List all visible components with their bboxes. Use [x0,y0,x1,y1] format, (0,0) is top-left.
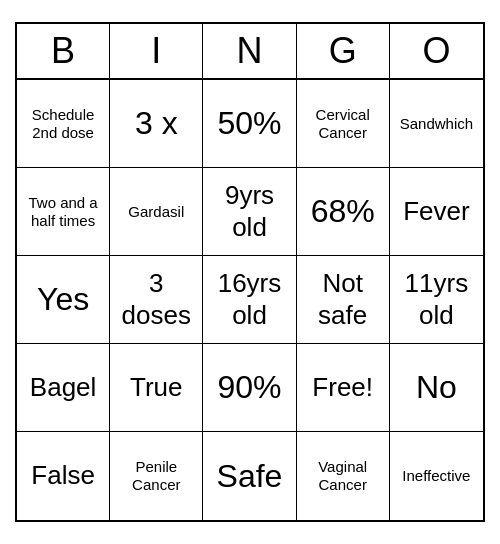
bingo-cell-9: Fever [390,168,483,256]
bingo-cell-4: Sandwhich [390,80,483,168]
bingo-letter-i: I [110,24,203,78]
bingo-header: BINGO [17,24,483,80]
bingo-cell-15: Bagel [17,344,110,432]
bingo-cell-13: Not safe [297,256,390,344]
bingo-card: BINGO Schedule 2nd dose3 x50%Cervical Ca… [15,22,485,522]
bingo-grid: Schedule 2nd dose3 x50%Cervical CancerSa… [17,80,483,520]
bingo-cell-23: Vaginal Cancer [297,432,390,520]
bingo-cell-18: Free! [297,344,390,432]
bingo-cell-5: Two and a half times [17,168,110,256]
bingo-cell-11: 3 doses [110,256,203,344]
bingo-cell-17: 90% [203,344,296,432]
bingo-letter-o: O [390,24,483,78]
bingo-cell-21: Penile Cancer [110,432,203,520]
bingo-cell-1: 3 x [110,80,203,168]
bingo-cell-22: Safe [203,432,296,520]
bingo-cell-0: Schedule 2nd dose [17,80,110,168]
bingo-cell-10: Yes [17,256,110,344]
bingo-cell-3: Cervical Cancer [297,80,390,168]
bingo-cell-12: 16yrs old [203,256,296,344]
bingo-letter-g: G [297,24,390,78]
bingo-cell-6: Gardasil [110,168,203,256]
bingo-cell-20: False [17,432,110,520]
bingo-letter-b: B [17,24,110,78]
bingo-cell-14: 11yrs old [390,256,483,344]
bingo-cell-19: No [390,344,483,432]
bingo-cell-16: True [110,344,203,432]
bingo-cell-8: 68% [297,168,390,256]
bingo-cell-7: 9yrs old [203,168,296,256]
bingo-letter-n: N [203,24,296,78]
bingo-cell-24: Ineffective [390,432,483,520]
bingo-cell-2: 50% [203,80,296,168]
